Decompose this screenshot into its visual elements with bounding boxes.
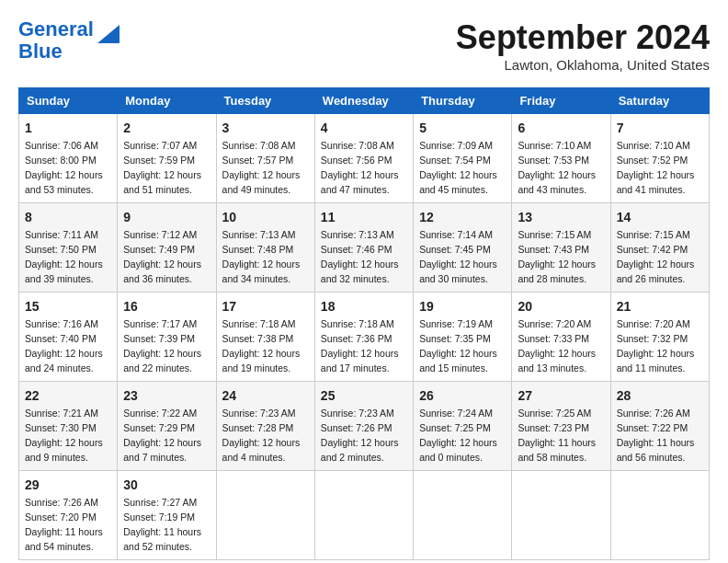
day-detail: Sunrise: 7:09 AM Sunset: 7:54 PM Dayligh… [419, 140, 497, 195]
day-detail: Sunrise: 7:17 AM Sunset: 7:39 PM Dayligh… [123, 318, 201, 373]
calendar-cell: 24Sunrise: 7:23 AM Sunset: 7:28 PM Dayli… [216, 382, 314, 471]
day-number: 14 [617, 208, 703, 226]
calendar-cell: 6Sunrise: 7:10 AM Sunset: 7:53 PM Daylig… [512, 114, 610, 203]
calendar-cell: 15Sunrise: 7:16 AM Sunset: 7:40 PM Dayli… [19, 293, 118, 382]
day-number: 20 [518, 297, 604, 316]
day-detail: Sunrise: 7:13 AM Sunset: 7:46 PM Dayligh… [321, 229, 399, 284]
day-number: 6 [518, 119, 604, 137]
logo: General Blue [18, 18, 119, 63]
day-number: 8 [25, 208, 111, 226]
day-number: 7 [617, 119, 703, 137]
calendar-cell: 5Sunrise: 7:09 AM Sunset: 7:54 PM Daylig… [414, 114, 512, 203]
day-detail: Sunrise: 7:18 AM Sunset: 7:36 PM Dayligh… [321, 318, 399, 373]
calendar-cell: 22Sunrise: 7:21 AM Sunset: 7:30 PM Dayli… [19, 382, 118, 471]
day-detail: Sunrise: 7:22 AM Sunset: 7:29 PM Dayligh… [123, 408, 201, 463]
day-number: 27 [518, 386, 604, 405]
day-detail: Sunrise: 7:08 AM Sunset: 7:56 PM Dayligh… [321, 140, 399, 195]
day-detail: Sunrise: 7:23 AM Sunset: 7:26 PM Dayligh… [321, 408, 399, 463]
day-number: 15 [25, 297, 111, 316]
day-number: 29 [25, 476, 111, 494]
calendar-week-row: 1Sunrise: 7:06 AM Sunset: 8:00 PM Daylig… [19, 114, 710, 203]
calendar-header-row: SundayMondayTuesdayWednesdayThursdayFrid… [19, 88, 710, 114]
calendar-table: SundayMondayTuesdayWednesdayThursdayFrid… [18, 87, 710, 560]
calendar-cell: 8Sunrise: 7:11 AM Sunset: 7:50 PM Daylig… [19, 203, 118, 293]
calendar-cell: 1Sunrise: 7:06 AM Sunset: 8:00 PM Daylig… [19, 114, 118, 203]
day-detail: Sunrise: 7:16 AM Sunset: 7:40 PM Dayligh… [25, 318, 103, 373]
day-detail: Sunrise: 7:20 AM Sunset: 7:32 PM Dayligh… [617, 318, 695, 373]
day-detail: Sunrise: 7:15 AM Sunset: 7:42 PM Dayligh… [617, 229, 695, 284]
weekday-header-sunday: Sunday [19, 88, 118, 114]
day-detail: Sunrise: 7:12 AM Sunset: 7:49 PM Dayligh… [123, 229, 201, 284]
day-detail: Sunrise: 7:23 AM Sunset: 7:28 PM Dayligh… [222, 408, 301, 463]
month-title: September 2024 [456, 18, 710, 57]
calendar-cell: 25Sunrise: 7:23 AM Sunset: 7:26 PM Dayli… [314, 382, 413, 471]
calendar-week-row: 8Sunrise: 7:11 AM Sunset: 7:50 PM Daylig… [19, 203, 710, 293]
calendar-cell: 3Sunrise: 7:08 AM Sunset: 7:57 PM Daylig… [216, 114, 314, 203]
day-number: 22 [25, 386, 111, 405]
weekday-header-saturday: Saturday [610, 88, 709, 114]
calendar-cell: 30Sunrise: 7:27 AM Sunset: 7:19 PM Dayli… [118, 471, 216, 560]
calendar-cell [512, 471, 610, 560]
calendar-week-row: 22Sunrise: 7:21 AM Sunset: 7:30 PM Dayli… [19, 382, 710, 471]
calendar-cell [216, 471, 314, 560]
calendar-week-row: 15Sunrise: 7:16 AM Sunset: 7:40 PM Dayli… [19, 293, 710, 382]
day-number: 30 [123, 476, 210, 494]
calendar-cell: 12Sunrise: 7:14 AM Sunset: 7:45 PM Dayli… [414, 203, 512, 293]
day-number: 5 [419, 119, 506, 137]
svg-marker-0 [97, 25, 119, 43]
day-number: 2 [123, 119, 210, 137]
day-detail: Sunrise: 7:10 AM Sunset: 7:53 PM Dayligh… [518, 140, 596, 195]
day-number: 24 [222, 386, 309, 405]
calendar-cell: 21Sunrise: 7:20 AM Sunset: 7:32 PM Dayli… [610, 293, 709, 382]
day-number: 26 [419, 386, 506, 405]
calendar-cell: 7Sunrise: 7:10 AM Sunset: 7:52 PM Daylig… [610, 114, 709, 203]
day-detail: Sunrise: 7:19 AM Sunset: 7:35 PM Dayligh… [419, 318, 497, 373]
day-number: 23 [123, 386, 210, 405]
day-detail: Sunrise: 7:24 AM Sunset: 7:25 PM Dayligh… [419, 408, 497, 463]
calendar-cell: 13Sunrise: 7:15 AM Sunset: 7:43 PM Dayli… [512, 203, 610, 293]
day-number: 3 [222, 119, 309, 137]
weekday-header-friday: Friday [512, 88, 610, 114]
calendar-cell: 29Sunrise: 7:26 AM Sunset: 7:20 PM Dayli… [19, 471, 118, 560]
title-area: September 2024 Lawton, Oklahoma, United … [456, 18, 710, 73]
day-detail: Sunrise: 7:25 AM Sunset: 7:23 PM Dayligh… [518, 408, 596, 463]
calendar-cell: 9Sunrise: 7:12 AM Sunset: 7:49 PM Daylig… [118, 203, 216, 293]
logo-arrow-icon [97, 25, 119, 43]
location-subtitle: Lawton, Oklahoma, United States [456, 57, 710, 73]
weekday-header-tuesday: Tuesday [216, 88, 314, 114]
day-detail: Sunrise: 7:26 AM Sunset: 7:20 PM Dayligh… [25, 497, 103, 552]
day-detail: Sunrise: 7:18 AM Sunset: 7:38 PM Dayligh… [222, 318, 301, 373]
calendar-cell: 4Sunrise: 7:08 AM Sunset: 7:56 PM Daylig… [314, 114, 413, 203]
calendar-cell: 18Sunrise: 7:18 AM Sunset: 7:36 PM Dayli… [314, 293, 413, 382]
weekday-header-wednesday: Wednesday [314, 88, 413, 114]
day-number: 16 [123, 297, 210, 316]
calendar-cell: 10Sunrise: 7:13 AM Sunset: 7:48 PM Dayli… [216, 203, 314, 293]
calendar-cell: 11Sunrise: 7:13 AM Sunset: 7:46 PM Dayli… [314, 203, 413, 293]
day-number: 4 [321, 119, 407, 137]
day-detail: Sunrise: 7:08 AM Sunset: 7:57 PM Dayligh… [222, 140, 301, 195]
calendar-cell [414, 471, 512, 560]
page-header: General Blue September 2024 Lawton, Okla… [18, 18, 710, 73]
calendar-body: 1Sunrise: 7:06 AM Sunset: 8:00 PM Daylig… [19, 114, 710, 560]
day-detail: Sunrise: 7:26 AM Sunset: 7:22 PM Dayligh… [617, 408, 695, 463]
day-number: 19 [419, 297, 506, 316]
calendar-cell: 27Sunrise: 7:25 AM Sunset: 7:23 PM Dayli… [512, 382, 610, 471]
day-detail: Sunrise: 7:20 AM Sunset: 7:33 PM Dayligh… [518, 318, 596, 373]
calendar-cell: 28Sunrise: 7:26 AM Sunset: 7:22 PM Dayli… [610, 382, 709, 471]
calendar-cell: 23Sunrise: 7:22 AM Sunset: 7:29 PM Dayli… [118, 382, 216, 471]
calendar-week-row: 29Sunrise: 7:26 AM Sunset: 7:20 PM Dayli… [19, 471, 710, 560]
calendar-cell [314, 471, 413, 560]
calendar-cell: 26Sunrise: 7:24 AM Sunset: 7:25 PM Dayli… [414, 382, 512, 471]
day-detail: Sunrise: 7:27 AM Sunset: 7:19 PM Dayligh… [123, 497, 201, 552]
day-detail: Sunrise: 7:07 AM Sunset: 7:59 PM Dayligh… [123, 140, 201, 195]
day-number: 1 [25, 119, 111, 137]
weekday-header-thursday: Thursday [414, 88, 512, 114]
day-number: 12 [419, 208, 506, 226]
day-number: 10 [222, 208, 309, 226]
calendar-cell: 14Sunrise: 7:15 AM Sunset: 7:42 PM Dayli… [610, 203, 709, 293]
day-number: 21 [617, 297, 703, 316]
day-detail: Sunrise: 7:10 AM Sunset: 7:52 PM Dayligh… [617, 140, 695, 195]
calendar-cell: 19Sunrise: 7:19 AM Sunset: 7:35 PM Dayli… [414, 293, 512, 382]
day-number: 13 [518, 208, 604, 226]
day-number: 11 [321, 208, 407, 226]
